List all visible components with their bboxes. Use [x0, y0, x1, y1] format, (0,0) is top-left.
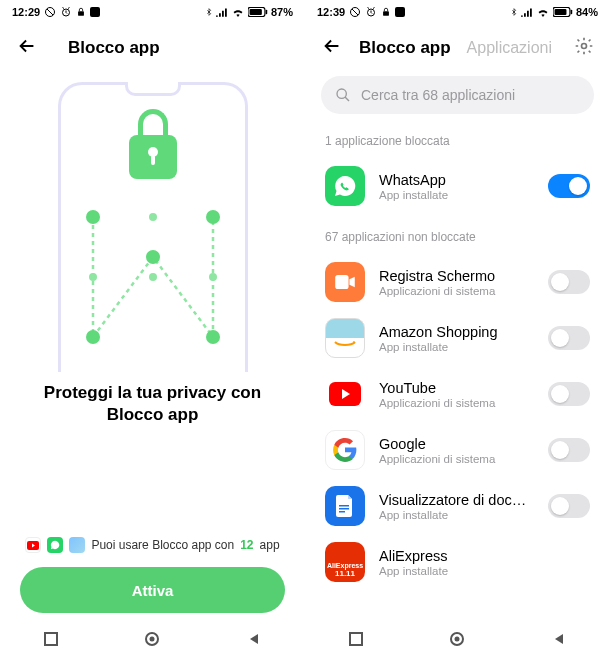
app-name: Google: [379, 436, 534, 452]
svg-rect-15: [571, 10, 573, 15]
app-name: Visualizzatore di documen...: [379, 492, 534, 508]
whatsapp-icon: [325, 166, 365, 206]
toggle-google[interactable]: [548, 438, 590, 462]
page-title: Blocco app: [68, 38, 160, 58]
app-row-doc-viewer[interactable]: Visualizzatore di documen... App install…: [305, 478, 610, 534]
page-title: Blocco app: [359, 38, 451, 58]
alarm-icon: [365, 6, 377, 18]
bluetooth-icon: [205, 6, 213, 18]
youtube-mini-icon: [25, 537, 41, 553]
hint-suffix: app: [260, 538, 280, 552]
app-sub: App installate: [379, 509, 534, 521]
battery-icon: [553, 7, 573, 17]
svg-rect-2: [78, 11, 84, 16]
svg-rect-14: [555, 9, 567, 15]
amazon-icon: [325, 318, 365, 358]
app-name: YouTube: [379, 380, 534, 396]
svg-rect-20: [339, 505, 349, 507]
status-time: 12:29: [12, 6, 40, 18]
nav-back-icon[interactable]: [245, 630, 263, 648]
toggle-whatsapp[interactable]: [548, 174, 590, 198]
svg-rect-21: [339, 508, 349, 510]
gear-icon: [574, 36, 594, 56]
toggle-recorder[interactable]: [548, 270, 590, 294]
status-bar: 12:29 87%: [0, 0, 305, 24]
phone-outline-illustration: [58, 82, 248, 372]
back-icon[interactable]: [321, 35, 343, 62]
svg-rect-7: [45, 633, 57, 645]
notification-dot-icon: [90, 7, 100, 17]
tab-applications[interactable]: Applicazioni: [467, 39, 552, 57]
app-row-amazon[interactable]: Amazon Shopping App installate: [305, 310, 610, 366]
lock-icon: [381, 6, 391, 18]
app-name: Registra Schermo: [379, 268, 534, 284]
nav-home-icon[interactable]: [143, 630, 161, 648]
activate-button[interactable]: Attiva: [20, 567, 285, 613]
svg-point-25: [455, 637, 460, 642]
app-row-google[interactable]: Google Applicazioni di sistema: [305, 422, 610, 478]
app-sub: Applicazioni di sistema: [379, 453, 534, 465]
illustration: Proteggi la tua privacy con Blocco app: [0, 72, 305, 537]
status-bar: 12:39 84%: [305, 0, 610, 24]
svg-point-16: [582, 44, 587, 49]
unlocked-section-label: 67 applicazioni non bloccate: [305, 214, 610, 254]
topbar: Blocco app Applicazioni: [305, 24, 610, 72]
app-name: Amazon Shopping: [379, 324, 534, 340]
app-row-aliexpress[interactable]: AliExpress11.11 AliExpress App installat…: [305, 534, 610, 590]
svg-rect-12: [383, 11, 389, 16]
svg-rect-22: [339, 511, 345, 513]
locked-section-label: 1 applicazione bloccata: [305, 126, 610, 158]
toggle-amazon[interactable]: [548, 326, 590, 350]
back-icon[interactable]: [16, 35, 38, 62]
toggle-doc-viewer[interactable]: [548, 494, 590, 518]
app-name: WhatsApp: [379, 172, 534, 188]
screen-right-list: 12:39 84% Blocco app Applicazioni Cerca …: [305, 0, 610, 657]
toggle-youtube[interactable]: [548, 382, 590, 406]
battery-icon: [248, 7, 268, 17]
app-row-recorder[interactable]: Registra Schermo Applicazioni di sistema: [305, 254, 610, 310]
app-row-whatsapp[interactable]: WhatsApp App installate: [305, 158, 610, 214]
svg-rect-4: [250, 9, 262, 15]
app-sub: App installate: [379, 189, 534, 201]
topbar: Blocco app: [0, 24, 305, 72]
settings-button[interactable]: [574, 36, 594, 60]
nav-back-icon[interactable]: [550, 630, 568, 648]
signal-icon: [521, 7, 533, 17]
nav-home-icon[interactable]: [448, 630, 466, 648]
android-navbar: [305, 621, 610, 657]
battery-pct: 84%: [576, 6, 598, 18]
aliexpress-icon: AliExpress11.11: [325, 542, 365, 582]
app-sub: App installate: [379, 565, 590, 577]
app-name: AliExpress: [379, 548, 590, 564]
hint-count: 12: [240, 538, 253, 552]
nav-recents-icon[interactable]: [42, 630, 60, 648]
svg-point-9: [150, 637, 155, 642]
nav-recents-icon[interactable]: [347, 630, 365, 648]
document-viewer-icon: [325, 486, 365, 526]
notification-dot-icon: [395, 7, 405, 17]
headline: Proteggi la tua privacy con Blocco app: [24, 382, 281, 426]
pattern-illustration: [83, 207, 223, 347]
do-not-disturb-icon: [44, 6, 56, 18]
bluetooth-icon: [510, 6, 518, 18]
svg-rect-23: [350, 633, 362, 645]
svg-point-17: [337, 89, 346, 98]
svg-rect-5: [266, 10, 268, 15]
do-not-disturb-icon: [349, 6, 361, 18]
app-sub: Applicazioni di sistema: [379, 397, 534, 409]
app-row-youtube[interactable]: YouTube Applicazioni di sistema: [305, 366, 610, 422]
hint-prefix: Puoi usare Blocco app con: [91, 538, 234, 552]
lock-illustration-icon: [129, 135, 177, 179]
screen-recorder-icon: [325, 262, 365, 302]
android-navbar: [0, 621, 305, 657]
hint: Puoi usare Blocco app con 12 app: [20, 537, 285, 553]
google-icon: [325, 430, 365, 470]
status-time: 12:39: [317, 6, 345, 18]
whatsapp-mini-icon: [47, 537, 63, 553]
screen-left-intro: 12:29 87% Blocco app: [0, 0, 305, 657]
search-input[interactable]: Cerca tra 68 applicazioni: [321, 76, 594, 114]
battery-pct: 87%: [271, 6, 293, 18]
search-icon: [335, 87, 351, 103]
gallery-mini-icon: [69, 537, 85, 553]
search-placeholder: Cerca tra 68 applicazioni: [361, 87, 515, 103]
